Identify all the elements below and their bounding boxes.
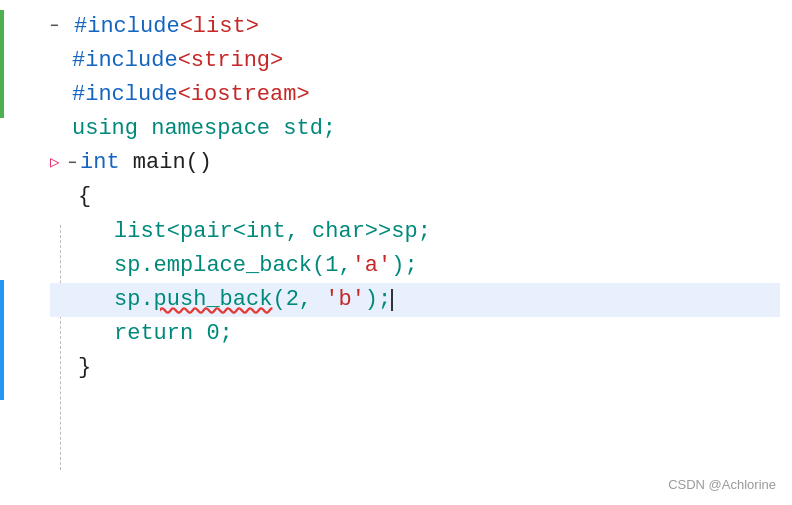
collapse-5[interactable]: − [68, 153, 78, 175]
indent-space-6 [50, 180, 78, 214]
indent-space-2 [50, 44, 72, 78]
main-func: main() [120, 146, 212, 180]
indent-space-3 [50, 78, 72, 112]
header-list: <list> [180, 10, 259, 44]
using-namespace: using namespace std; [72, 112, 336, 146]
inner-indent-10 [78, 317, 114, 351]
code-line-8: sp.emplace_back(1,'a'); [50, 249, 780, 283]
inner-indent-7 [78, 215, 114, 249]
indent-space-11 [50, 351, 78, 385]
keyword-include-2: #include [72, 44, 178, 78]
execution-arrow-icon: ▷ [50, 151, 66, 176]
code-line-2: #include<string> [50, 44, 780, 78]
sp-prefix-9: sp. [114, 283, 154, 317]
header-iostream: <iostream> [178, 78, 310, 112]
indent-space-4 [50, 112, 72, 146]
push-back-args: (2, [272, 283, 325, 317]
open-brace: { [78, 180, 91, 214]
watermark: CSDN @Achlorine [668, 475, 776, 495]
close-paren-8: ); [391, 249, 417, 283]
push-back-method: push_back [154, 283, 273, 317]
code-line-9: sp.push_back(2, 'b'); [50, 283, 780, 317]
code-editor: − #include<list> #include<string> #inclu… [0, 0, 792, 505]
indent-space-7 [50, 215, 78, 249]
return-statement: return 0; [114, 317, 233, 351]
keyword-include-1: #include [74, 10, 180, 44]
list-declaration: list<pair<int, char>>sp; [114, 215, 431, 249]
char-a: 'a' [352, 249, 392, 283]
code-line-4: using namespace std; [50, 112, 780, 146]
inner-indent-8 [78, 249, 114, 283]
header-string: <string> [178, 44, 284, 78]
indent-space-9 [50, 283, 78, 317]
code-line-5: ▷ − int main() [50, 146, 780, 180]
inner-indent-9 [78, 283, 114, 317]
close-brace: } [78, 351, 91, 385]
indent-space-10 [50, 317, 78, 351]
emplace-back-call: sp.emplace_back(1, [114, 249, 352, 283]
code-line-10: return 0; [50, 317, 780, 351]
code-content: − #include<list> #include<string> #inclu… [38, 0, 792, 505]
blue-highlight-bar [0, 280, 4, 400]
indent-space-8 [50, 249, 78, 283]
code-line-3: #include<iostream> [50, 78, 780, 112]
collapse-1[interactable]: − [50, 16, 72, 38]
close-paren-9: ); [365, 283, 391, 317]
code-line-11: } [50, 351, 780, 385]
code-line-1: − #include<list> [50, 10, 780, 44]
keyword-int: int [80, 146, 120, 180]
text-cursor [391, 289, 393, 311]
char-b: 'b' [325, 283, 365, 317]
code-line-6: { [50, 180, 780, 214]
green-bookmark-bar [0, 10, 4, 118]
code-line-7: list<pair<int, char>>sp; [50, 215, 780, 249]
keyword-include-3: #include [72, 78, 178, 112]
